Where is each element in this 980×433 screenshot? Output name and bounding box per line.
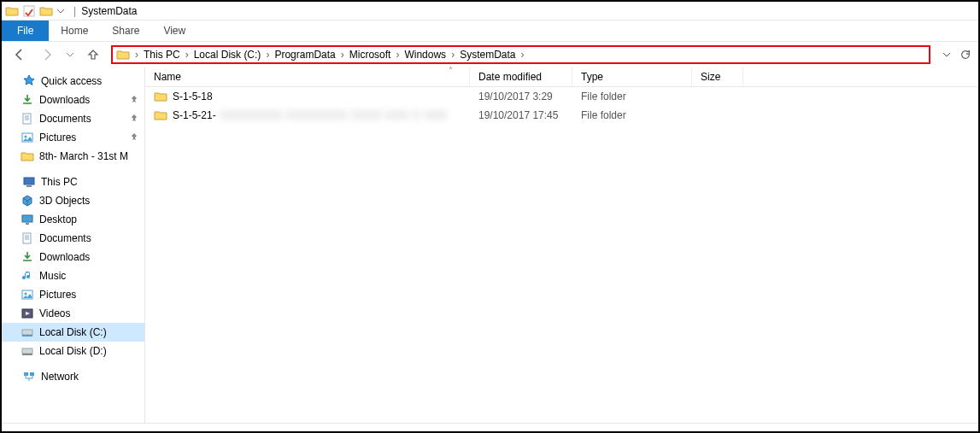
tab-file[interactable]: File	[2, 20, 49, 41]
properties-icon[interactable]	[22, 4, 36, 18]
folder-icon	[5, 4, 19, 18]
sidebar-item-downloads[interactable]: Downloads	[2, 248, 144, 266]
sidebar-item-label: Documents	[39, 113, 91, 125]
sidebar-item-documents[interactable]: Documents	[2, 109, 144, 128]
recent-dropdown-icon[interactable]	[65, 45, 75, 64]
refresh-icon[interactable]	[958, 47, 973, 62]
chevron-right-icon[interactable]: ›	[520, 49, 524, 61]
network-icon	[22, 370, 36, 383]
navigation-pane: Quick access Downloads Documents Picture…	[2, 67, 145, 423]
disk-icon	[21, 325, 34, 339]
pin-icon	[129, 114, 139, 124]
chevron-right-icon[interactable]: ›	[266, 49, 269, 61]
main-area: Quick access Downloads Documents Picture…	[2, 67, 978, 423]
file-list[interactable]: S-1-5-18 19/10/2017 3:29 File folder S-1…	[145, 87, 978, 423]
file-name: S-1-5-18	[173, 91, 213, 102]
sidebar-group-network: Network	[2, 367, 144, 386]
column-header-size[interactable]: Size	[692, 67, 743, 86]
svg-rect-16	[24, 372, 28, 376]
content-pane: ˄ Name Date modified Type Size S-1-5-18 …	[145, 67, 978, 423]
sidebar-item-local-disk-d[interactable]: Local Disk (D:)	[2, 342, 144, 360]
svg-rect-17	[30, 372, 34, 376]
cube-icon	[21, 194, 34, 208]
music-icon	[21, 269, 34, 283]
address-bar[interactable]: › This PC › Local Disk (C:) › ProgramDat…	[111, 45, 930, 64]
folder-icon	[154, 108, 167, 122]
svg-rect-6	[22, 215, 32, 222]
sidebar-item-downloads[interactable]: Downloads	[2, 91, 144, 109]
file-date: 19/10/2017 3:29	[470, 91, 572, 102]
quick-access-toolbar	[2, 4, 68, 18]
up-button[interactable]	[84, 45, 103, 64]
sidebar-item-label: Desktop	[39, 214, 77, 225]
sidebar-item-label: Network	[41, 371, 79, 383]
titlebar: | SystemData	[2, 2, 978, 20]
disk-icon	[21, 344, 34, 358]
sidebar-item-local-disk-c[interactable]: Local Disk (C:)	[2, 323, 144, 342]
sidebar-item-label: Downloads	[39, 94, 90, 106]
sidebar-item-desktop[interactable]: Desktop	[2, 210, 144, 229]
svg-rect-7	[26, 223, 29, 225]
chevron-right-icon[interactable]: ›	[451, 49, 455, 61]
sidebar-group-this-pc: This PC 3D Objects Desktop Documents Dow…	[2, 173, 144, 360]
column-header-name[interactable]: Name	[145, 67, 470, 86]
sidebar-item-pictures[interactable]: Pictures	[2, 128, 144, 147]
sidebar-item-videos[interactable]: Videos	[2, 304, 144, 323]
qat-dropdown-icon[interactable]	[56, 4, 65, 18]
chevron-right-icon[interactable]: ›	[396, 49, 399, 61]
column-header-date[interactable]: Date modified	[470, 67, 572, 86]
sidebar-item-3dobjects[interactable]: 3D Objects	[2, 191, 144, 210]
sidebar-item-label: 3D Objects	[39, 195, 90, 207]
breadcrumb-item[interactable]: Windows	[404, 49, 446, 61]
tab-view[interactable]: View	[151, 20, 197, 41]
sidebar-item-label: Pictures	[39, 289, 76, 301]
column-header-type[interactable]: Type	[572, 67, 692, 86]
sidebar-quick-access[interactable]: Quick access	[2, 72, 144, 91]
new-folder-icon[interactable]	[39, 4, 53, 18]
pin-icon	[129, 95, 139, 105]
sidebar-item-documents[interactable]: Documents	[2, 229, 144, 248]
back-button[interactable]	[10, 45, 29, 64]
breadcrumb-item[interactable]: Local Disk (C:)	[194, 49, 261, 61]
videos-icon	[21, 307, 34, 320]
file-name: S-1-5-21-	[173, 109, 216, 121]
sidebar-item-folder[interactable]: 8th- March - 31st M	[2, 147, 144, 166]
sidebar-this-pc[interactable]: This PC	[2, 173, 144, 191]
desktop-icon	[21, 213, 34, 226]
file-row[interactable]: S-1-5-21-XXXXXXXX XXXXXXXX XXXX XXX X XX…	[145, 106, 978, 125]
tab-home[interactable]: Home	[49, 20, 100, 41]
svg-point-3	[25, 136, 27, 138]
sidebar-item-music[interactable]: Music	[2, 266, 144, 285]
chevron-right-icon[interactable]: ›	[185, 49, 189, 61]
file-name-redacted: XXXXXXXX XXXXXXXX XXXX XXX X XXX	[221, 109, 448, 121]
breadcrumb-item[interactable]: Microsoft	[349, 49, 391, 61]
chevron-right-icon[interactable]: ›	[135, 49, 138, 61]
svg-rect-5	[26, 185, 32, 187]
chevron-right-icon[interactable]: ›	[341, 49, 344, 61]
sort-ascending-icon: ˄	[449, 66, 453, 75]
file-row[interactable]: S-1-5-18 19/10/2017 3:29 File folder	[145, 87, 978, 106]
tab-share[interactable]: Share	[100, 20, 151, 41]
folder-icon	[154, 90, 167, 103]
sidebar-item-label: Downloads	[39, 251, 90, 263]
documents-icon	[21, 112, 34, 126]
nav-bar: › This PC › Local Disk (C:) › ProgramDat…	[2, 41, 978, 67]
file-type: File folder	[572, 109, 692, 121]
sidebar-item-pictures[interactable]: Pictures	[2, 285, 144, 304]
breadcrumb-item[interactable]: SystemData	[460, 49, 515, 61]
sidebar-item-label: Local Disk (D:)	[39, 345, 107, 357]
sidebar-item-label: 8th- March - 31st M	[39, 150, 128, 162]
documents-icon	[21, 231, 34, 245]
svg-rect-14	[22, 348, 32, 354]
address-dropdown-icon[interactable]	[939, 47, 954, 62]
pictures-icon	[21, 131, 34, 144]
forward-button[interactable]	[38, 45, 56, 64]
breadcrumb-item[interactable]: This PC	[144, 49, 180, 61]
sidebar-item-label: Documents	[39, 232, 91, 244]
sidebar-item-label: Local Disk (C:)	[39, 326, 107, 338]
status-bar	[2, 423, 978, 431]
sidebar-network[interactable]: Network	[2, 367, 144, 386]
sidebar-item-label: Videos	[39, 307, 70, 319]
breadcrumb-item[interactable]: ProgramData	[274, 49, 335, 61]
column-headers: ˄ Name Date modified Type Size	[145, 67, 978, 87]
